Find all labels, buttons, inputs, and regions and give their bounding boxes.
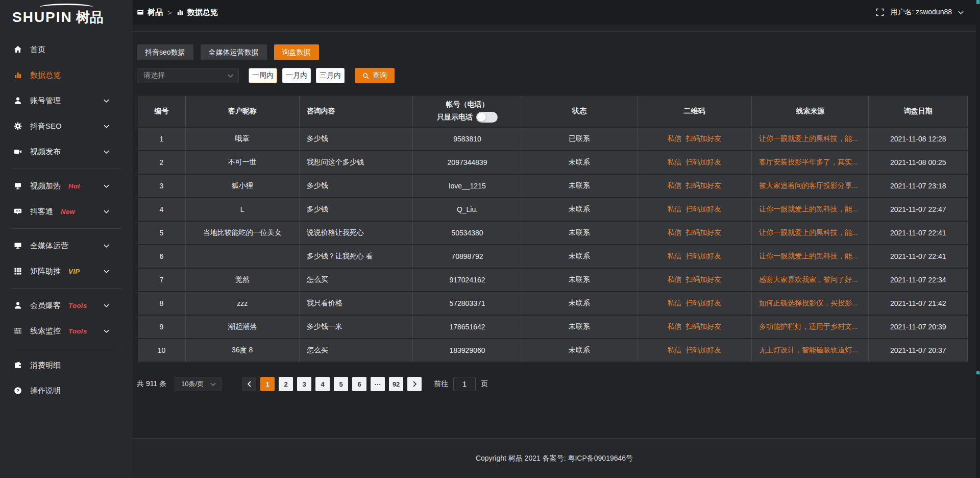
period-button-quarter[interactable]: 三月内 [316,68,345,83]
search-button[interactable]: 查询 [355,68,395,83]
page-button[interactable]: 92 [389,377,403,391]
cell-status: 已联系 [522,127,637,151]
chevron-down-icon[interactable] [958,10,964,15]
column-header: 询盘日期 [869,95,968,127]
qr-link[interactable]: 扫码加好友 [685,228,721,236]
qr-link[interactable]: 私信 [667,252,681,260]
source-link[interactable]: 无主灯设计，智能磁吸轨道灯... [759,346,858,354]
page-button[interactable]: 4 [315,377,330,391]
scrollbar-thumb[interactable] [976,371,979,374]
sidebar-item-douyin-seo[interactable]: 抖音SEO [0,113,133,139]
page-size-select[interactable]: 10条/页 [175,377,222,391]
page-button[interactable]: 3 [297,377,311,391]
tab-media-operation-data[interactable]: 全媒体运营数据 [201,44,267,60]
chevron-down-icon [228,73,233,79]
scrollbar[interactable] [976,0,980,478]
column-header: 状态 [522,95,637,127]
source-link[interactable]: 被大家追着问的客厅投影分享... [759,181,858,189]
sidebar-item-video-heat[interactable]: 视频加热Hot [0,173,133,199]
prev-page-button[interactable] [242,377,256,391]
next-page-button[interactable] [407,377,422,391]
sidebar-item-home[interactable]: 首页 [0,37,133,62]
qr-link[interactable]: 扫码加好友 [685,252,721,260]
source-link[interactable]: 多功能护栏灯，适用于乡村文... [759,322,858,330]
page-button[interactable]: 5 [334,377,348,391]
qr-link[interactable]: 扫码加好友 [685,158,721,166]
cell-status: 未联系 [522,198,637,221]
qr-link[interactable]: 扫码加好友 [685,346,721,354]
cell-nickname: 36度 8 [185,339,299,362]
scrollbar-thumb[interactable] [976,0,979,4]
source-link[interactable]: 如何正确选择投影仪，买投影... [759,299,858,307]
qr-link[interactable]: 私信 [667,228,681,236]
sidebar-item-instructions[interactable]: ?操作说明 [0,378,133,403]
source-link[interactable]: 让你一眼就爱上的黑科技，能... [759,228,858,236]
cell-index: 9 [137,315,185,339]
filter-select[interactable]: 请选择 [137,68,239,83]
sidebar-item-account-management[interactable]: 账号管理 [0,88,133,113]
sidebar-item-matrix-boost[interactable]: 矩阵助推VIP [0,258,133,284]
tab-douyin-seo-data[interactable]: 抖音seo数据 [137,44,193,60]
qr-link[interactable]: 扫码加好友 [685,275,721,283]
source-link[interactable]: 让你一眼就爱上的黑科技，能... [759,252,858,260]
sidebar-item-data-overview[interactable]: 数据总览 [0,62,133,88]
source-link[interactable]: 客厅安装投影半年多了，真实... [759,158,858,166]
qr-link[interactable]: 私信 [667,322,681,330]
column-header: 线索来源 [752,95,869,127]
sidebar-item-clue-monitor[interactable]: 线索监控Tools [0,318,133,344]
qr-link[interactable]: 私信 [667,299,681,307]
sidebar-item-media-operation[interactable]: 全媒体运营 [0,233,133,258]
cell-account: 183929060 [413,339,522,362]
sidebar-item-consumption-detail[interactable]: 消费明细 [0,352,133,378]
qr-link[interactable]: 私信 [667,158,681,166]
cell-nickname [185,245,299,268]
cell-status: 未联系 [522,174,637,198]
page-more-button[interactable]: ··· [371,377,385,391]
phone-toggle-line: 只显示电话 [413,112,521,123]
period-button-month[interactable]: 一月内 [282,68,311,83]
sidebar-item-label: 视频加热 [30,181,61,191]
cell-qr: 私信扫码加好友 [637,198,751,221]
fullscreen-icon[interactable] [876,8,884,16]
page-button[interactable]: 2 [279,377,293,391]
sidebar-item-badge: Hot [68,182,80,190]
sidebar-item-video-publish[interactable]: 视频发布 [0,139,133,164]
tab-inquiry-data[interactable]: 询盘数据 [274,44,319,60]
qr-link[interactable]: 扫码加好友 [685,134,721,142]
cell-date: 2021-11-07 20:37 [869,339,968,362]
qr-link[interactable]: 扫码加好友 [685,299,721,307]
qr-link[interactable]: 私信 [667,275,681,283]
qr-link[interactable]: 私信 [667,346,681,354]
chevron-down-icon [104,124,109,129]
goto-page-input[interactable] [453,377,476,391]
page-button[interactable]: 1 [260,377,275,391]
period-button-week[interactable]: 一周内 [249,68,277,83]
column-header: 帐号（电话）只显示电话 [413,95,522,127]
sidebar-item-douketong[interactable]: 抖客通New [0,199,133,224]
cell-source: 无主灯设计，智能磁吸轨道灯... [752,339,869,362]
breadcrumb-root[interactable]: 树品 [137,8,163,17]
source-link[interactable]: 让你一眼就爱上的黑科技，能... [759,134,858,142]
page-button[interactable]: 6 [352,377,366,391]
sidebar-divider [11,169,121,169]
qr-link[interactable]: 扫码加好友 [685,205,721,213]
table-row: 5当地比较能吃的一位美女说说价格让我死心50534380未联系私信扫码加好友让你… [137,221,968,245]
table-row: 7觉然怎么买917024162未联系私信扫码加好友感谢大家喜欢我家，被问了好..… [137,268,968,292]
cell-index: 6 [137,245,185,268]
source-link[interactable]: 让你一眼就爱上的黑科技，能... [759,205,858,213]
qr-link[interactable]: 扫码加好友 [685,322,721,330]
sidebar-item-member-baoke[interactable]: 会员爆客Tools [0,293,133,318]
total-count: 共 911 条 [137,379,166,389]
cell-content: 多少钱一米 [299,315,413,339]
qr-link[interactable]: 扫码加好友 [685,181,721,189]
qr-link[interactable]: 私信 [667,181,681,189]
tab-bar: 抖音seo数据全媒体运营数据询盘数据 [137,44,968,60]
source-link[interactable]: 感谢大家喜欢我家，被问了好... [759,275,858,283]
qr-link[interactable]: 私信 [667,205,681,213]
username[interactable]: 用户名: zswodun88 [890,8,952,17]
qr-link[interactable]: 私信 [667,134,681,142]
breadcrumb-current: 数据总览 [177,8,218,17]
page-suffix-label: 页 [481,379,488,389]
phone-only-toggle[interactable] [476,112,498,123]
cell-qr: 私信扫码加好友 [637,127,751,151]
